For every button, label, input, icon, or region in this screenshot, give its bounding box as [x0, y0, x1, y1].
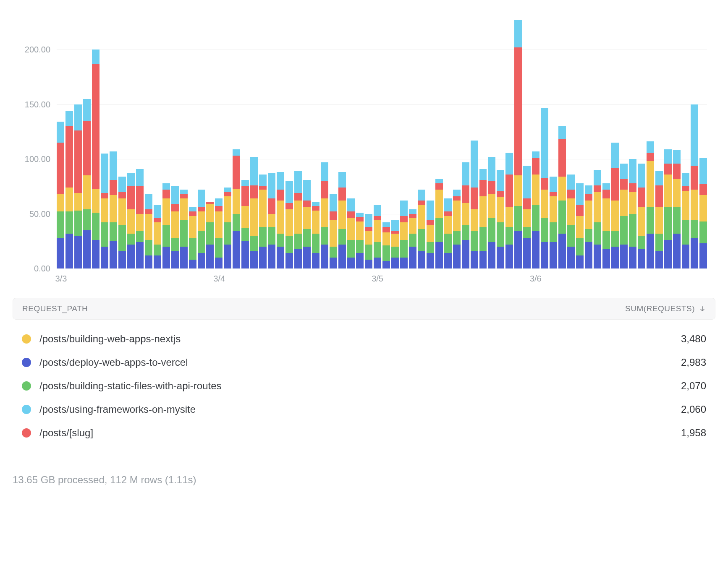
bar-column[interactable] [620, 17, 628, 268]
bar-column[interactable] [673, 17, 681, 268]
bar-column[interactable] [691, 17, 698, 268]
table-row[interactable]: /posts/building-web-apps-nextjs3,480 [13, 327, 715, 351]
bar-column[interactable] [655, 17, 663, 268]
bar-column[interactable] [638, 17, 645, 268]
bar-column[interactable] [303, 17, 311, 268]
bar-segment [523, 238, 531, 268]
bar-column[interactable] [602, 17, 610, 268]
bar-segment [400, 201, 408, 216]
bar-column[interactable] [647, 17, 654, 268]
bar-column[interactable] [268, 17, 275, 268]
bar-column[interactable] [629, 17, 636, 268]
bar-segment [435, 190, 443, 218]
bar-column[interactable] [57, 17, 64, 268]
bar-column[interactable] [532, 17, 539, 268]
bar-column[interactable] [206, 17, 214, 268]
bar-column[interactable] [171, 17, 179, 268]
bar-column[interactable] [382, 17, 390, 268]
bar-column[interactable] [453, 17, 461, 268]
bar-segment [189, 238, 196, 260]
bar-column[interactable] [241, 17, 249, 268]
bar-column[interactable] [682, 17, 689, 268]
y-tick-label: 50.00 [29, 209, 50, 219]
bar-column[interactable] [567, 17, 575, 268]
bar-column[interactable] [338, 17, 346, 268]
bar-column[interactable] [356, 17, 364, 268]
bar-column[interactable] [312, 17, 319, 268]
bar-column[interactable] [611, 17, 619, 268]
bar-column[interactable] [136, 17, 144, 268]
bar-column[interactable] [541, 17, 548, 268]
bar-segment [558, 201, 566, 233]
bar-column[interactable] [65, 17, 73, 268]
bar-column[interactable] [462, 17, 469, 268]
bar-column[interactable] [479, 17, 487, 268]
table-row[interactable]: /posts/deploy-web-apps-to-vercel2,983 [13, 351, 715, 374]
bar-column[interactable] [444, 17, 452, 268]
bar-column[interactable] [374, 17, 381, 268]
table-header[interactable]: REQUEST_PATH SUM(REQUESTS) [13, 298, 715, 320]
bar-column[interactable] [585, 17, 592, 268]
bar-segment [576, 216, 584, 238]
bar-column[interactable] [418, 17, 425, 268]
bar-column[interactable] [233, 17, 240, 268]
bar-column[interactable] [523, 17, 531, 268]
bar-column[interactable] [224, 17, 231, 268]
bar-column[interactable] [189, 17, 196, 268]
bar-segment [57, 211, 64, 238]
bar-column[interactable] [162, 17, 170, 268]
bar-column[interactable] [74, 17, 82, 268]
bar-column[interactable] [471, 17, 478, 268]
bar-column[interactable] [92, 17, 100, 268]
bar-column[interactable] [118, 17, 126, 268]
bar-column[interactable] [347, 17, 355, 268]
bar-column[interactable] [514, 17, 522, 268]
bar-column[interactable] [294, 17, 302, 268]
bar-segment [277, 234, 284, 247]
table-row[interactable]: /posts/[slug]1,958 [13, 421, 715, 445]
bar-segment [427, 220, 434, 224]
bar-column[interactable] [505, 17, 513, 268]
bar-column[interactable] [180, 17, 188, 268]
bar-segment [418, 229, 425, 251]
bar-column[interactable] [215, 17, 223, 268]
bar-segment [699, 158, 707, 185]
bar-column[interactable] [594, 17, 601, 268]
bar-segment [241, 241, 249, 268]
bar-segment [356, 213, 364, 217]
bar-column[interactable] [576, 17, 584, 268]
bar-column[interactable] [365, 17, 372, 268]
bar-column[interactable] [83, 17, 91, 268]
bar-column[interactable] [550, 17, 557, 268]
table-row[interactable]: /posts/building-static-files-with-api-ro… [13, 374, 715, 398]
bar-column[interactable] [699, 17, 707, 268]
bar-column[interactable] [110, 17, 117, 268]
bar-column[interactable] [285, 17, 293, 268]
bar-column[interactable] [558, 17, 566, 268]
bar-column[interactable] [391, 17, 399, 268]
bar-column[interactable] [497, 17, 504, 268]
bar-column[interactable] [664, 17, 672, 268]
bar-column[interactable] [409, 17, 416, 268]
bar-segment [198, 253, 205, 268]
bar-column[interactable] [145, 17, 152, 268]
bar-segment [647, 161, 654, 207]
bar-column[interactable] [154, 17, 161, 268]
bar-column[interactable] [259, 17, 267, 268]
bar-column[interactable] [488, 17, 495, 268]
bar-segment [294, 171, 302, 193]
bar-column[interactable] [321, 17, 328, 268]
table-row[interactable]: /posts/using-frameworks-on-mysite2,060 [13, 398, 715, 421]
bar-segment [65, 234, 73, 268]
bar-column[interactable] [427, 17, 434, 268]
bar-column[interactable] [400, 17, 408, 268]
bar-column[interactable] [127, 17, 135, 268]
bar-column[interactable] [198, 17, 205, 268]
bar-segment [180, 247, 188, 268]
bar-column[interactable] [250, 17, 258, 268]
bar-column[interactable] [435, 17, 443, 268]
bar-column[interactable] [277, 17, 284, 268]
bar-column[interactable] [101, 17, 108, 268]
bar-segment [585, 194, 592, 201]
bar-column[interactable] [330, 17, 337, 268]
